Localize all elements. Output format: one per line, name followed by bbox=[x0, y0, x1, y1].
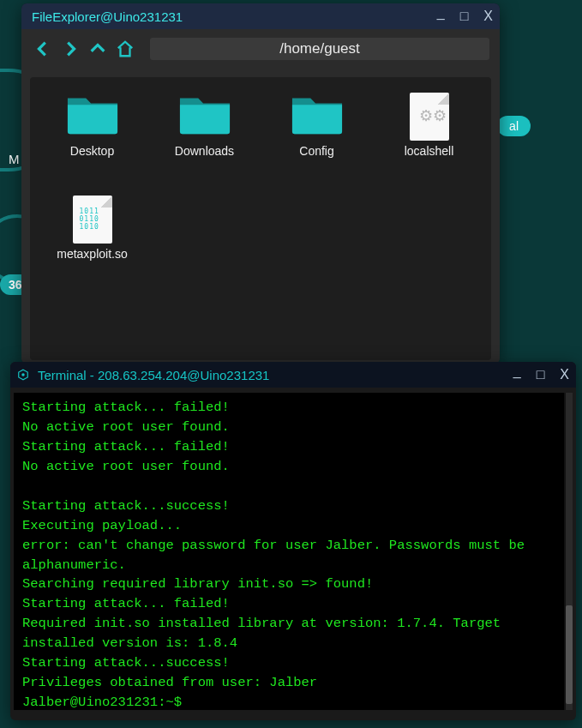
terminal-window: Terminal - 208.63.254.204@Uino231231 _ □… bbox=[10, 362, 576, 720]
file-explorer-titlebar[interactable]: FileExplorer@Uino231231 _ □ X bbox=[21, 3, 500, 29]
nav-home-button[interactable] bbox=[114, 38, 136, 60]
executable-file-icon: ⚙⚙ bbox=[403, 93, 456, 135]
folder-item[interactable]: Config bbox=[265, 93, 369, 187]
file-label: Downloads bbox=[175, 144, 234, 158]
terminal-icon bbox=[17, 369, 29, 381]
folder-item[interactable]: Downloads bbox=[153, 93, 256, 187]
close-button[interactable]: X bbox=[560, 367, 569, 382]
minimize-button[interactable]: _ bbox=[513, 364, 521, 379]
svg-point-1 bbox=[21, 373, 25, 376]
scrollbar-thumb[interactable] bbox=[566, 605, 573, 704]
terminal-scrollbar[interactable] bbox=[564, 393, 573, 710]
file-explorer-title: FileExplorer@Uino231231 bbox=[32, 9, 437, 24]
nav-up-button[interactable] bbox=[87, 38, 109, 60]
folder-icon bbox=[66, 93, 119, 135]
desktop-pill: al bbox=[497, 116, 531, 136]
file-label: metaxploit.so bbox=[57, 247, 127, 261]
close-button[interactable]: X bbox=[483, 9, 493, 24]
file-label: Config bbox=[299, 144, 333, 158]
path-input[interactable]: /home/guest bbox=[150, 38, 489, 60]
library-file-icon: 101101101010 bbox=[66, 196, 119, 238]
file-label: localshell bbox=[405, 144, 454, 158]
chevron-up-icon bbox=[88, 39, 107, 58]
chevron-left-icon bbox=[33, 39, 52, 58]
home-icon bbox=[116, 39, 135, 58]
chevron-right-icon bbox=[61, 39, 80, 58]
file-explorer-window: FileExplorer@Uino231231 _ □ X /home/gues… bbox=[21, 3, 500, 364]
file-item[interactable]: ⚙⚙localshell bbox=[377, 93, 481, 187]
maximize-button[interactable]: □ bbox=[537, 367, 545, 382]
file-explorer-toolbar: /home/guest bbox=[21, 29, 500, 69]
terminal-output[interactable]: Starting attack... failed! No active roo… bbox=[14, 393, 564, 710]
folder-icon bbox=[178, 93, 231, 135]
file-grid: DesktopDownloadsConfig⚙⚙localshell101101… bbox=[30, 77, 491, 360]
maximize-button[interactable]: □ bbox=[460, 9, 469, 24]
terminal-title: Terminal - 208.63.254.204@Uino231231 bbox=[38, 368, 513, 382]
minimize-button[interactable]: _ bbox=[437, 5, 445, 21]
nav-back-button[interactable] bbox=[32, 38, 54, 60]
file-explorer-body: DesktopDownloadsConfig⚙⚙localshell101101… bbox=[21, 69, 500, 364]
nav-forward-button[interactable] bbox=[59, 38, 81, 60]
file-label: Desktop bbox=[70, 144, 114, 158]
desktop-label: M bbox=[9, 152, 20, 166]
file-item[interactable]: 101101101010metaxploit.so bbox=[40, 196, 144, 290]
terminal-titlebar[interactable]: Terminal - 208.63.254.204@Uino231231 _ □… bbox=[10, 362, 576, 388]
folder-icon bbox=[291, 93, 344, 135]
folder-item[interactable]: Desktop bbox=[40, 93, 144, 187]
